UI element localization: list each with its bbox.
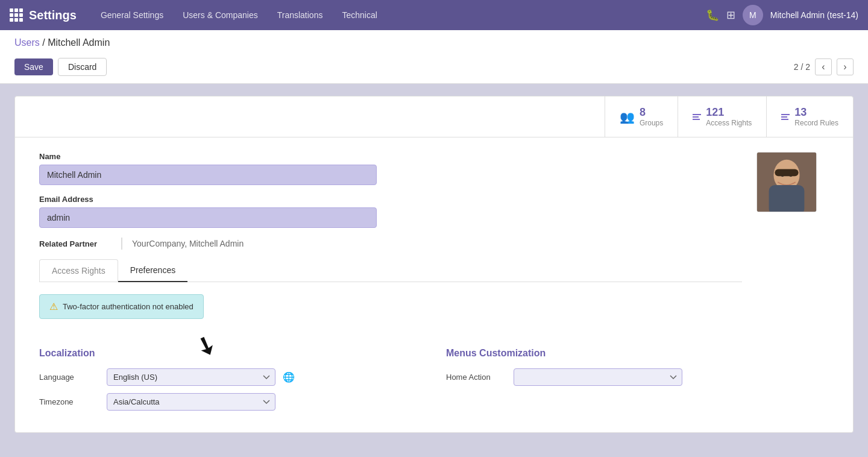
pagination-text: 2 / 2	[794, 62, 810, 72]
user-avatar-nav[interactable]: M	[743, 5, 763, 25]
top-navigation: Settings General Settings Users & Compan…	[0, 0, 868, 30]
name-label: Name	[39, 152, 742, 161]
breadcrumb: Users / Mitchell Admin	[14, 37, 854, 48]
app-title: Settings	[29, 8, 77, 22]
access-rights-count: 121	[706, 106, 752, 119]
email-label: Email Address	[39, 195, 742, 204]
access-rights-label: Access Rights	[706, 119, 752, 127]
localization-heading: Localization	[39, 348, 422, 359]
menus-heading: Menus Customization	[446, 348, 829, 359]
warning-text: Two-factor authentication not enabled	[63, 302, 193, 311]
record-rules-label: Record Rules	[794, 119, 838, 127]
breadcrumb-current: Mitchell Admin	[48, 37, 110, 48]
language-field-row: Language English (US) French German Span…	[39, 368, 422, 386]
name-input[interactable]	[39, 165, 377, 185]
app-logo[interactable]: Settings	[10, 8, 77, 22]
name-field-group: Name	[39, 152, 742, 195]
main-content: 👥 8 Groups 121 Access Rights	[0, 84, 868, 445]
record-rules-count: 13	[794, 106, 838, 119]
partner-value: YourCompany, Mitchell Admin	[132, 239, 244, 248]
form-tabs: Access Rights Preferences	[39, 259, 742, 282]
localization-section: Localization Language English (US) Frenc…	[39, 348, 422, 418]
action-bar: Save Discard 2 / 2 ‹ ›	[14, 53, 854, 83]
language-select[interactable]: English (US) French German Spanish	[107, 368, 275, 386]
record-rules-icon	[781, 114, 790, 120]
user-name-label[interactable]: Mitchell Admin (test-14)	[770, 10, 858, 20]
form-right	[756, 152, 829, 333]
next-page-button[interactable]: ›	[837, 58, 854, 75]
groups-count: 8	[640, 106, 663, 119]
nav-general-settings[interactable]: General Settings	[91, 0, 173, 30]
avatar-placeholder	[757, 153, 816, 212]
grid-icon	[10, 8, 23, 22]
language-label: Language	[39, 373, 99, 382]
groups-icon: 👥	[620, 110, 635, 124]
lower-section: Localization Language English (US) Frenc…	[15, 348, 853, 432]
nav-users-companies[interactable]: Users & Companies	[173, 0, 268, 30]
partner-label: Related Partner	[39, 239, 112, 248]
home-action-label: Home Action	[446, 373, 506, 382]
email-field-group: Email Address	[39, 195, 742, 238]
save-button[interactable]: Save	[14, 58, 53, 75]
prev-page-button[interactable]: ‹	[815, 58, 832, 75]
globe-icon[interactable]: 🌐	[283, 371, 295, 383]
access-rights-icon	[693, 114, 701, 120]
stats-bar: 👥 8 Groups 121 Access Rights	[15, 96, 853, 137]
groups-label: Groups	[640, 119, 663, 127]
nav-links: General Settings Users & Companies Trans…	[91, 0, 706, 30]
stat-access-rights[interactable]: 121 Access Rights	[678, 96, 766, 137]
email-input[interactable]	[39, 207, 377, 228]
partner-separator	[121, 238, 122, 250]
stat-groups[interactable]: 👥 8 Groups	[605, 96, 678, 137]
form-left: Name Email Address Related Partner YourC…	[39, 152, 742, 333]
timezone-label: Timezone	[39, 397, 99, 406]
user-avatar[interactable]	[756, 152, 817, 212]
form-card: 👥 8 Groups 121 Access Rights	[14, 96, 854, 433]
svg-rect-5	[769, 185, 805, 212]
debug-icon[interactable]: 🐛	[706, 8, 719, 22]
form-body: Name Email Address Related Partner YourC…	[15, 137, 853, 348]
nav-translations[interactable]: Translations	[268, 0, 333, 30]
home-action-field-row: Home Action	[446, 368, 829, 386]
menus-section: Menus Customization Home Action	[446, 348, 829, 418]
breadcrumb-separator: /	[42, 37, 48, 48]
apps-icon[interactable]: ⊞	[726, 8, 735, 22]
breadcrumb-parent[interactable]: Users	[14, 37, 40, 48]
warning-banner: ⚠ Two-factor authentication not enabled	[39, 294, 204, 319]
timezone-select[interactable]: Asia/Calcutta UTC America/New_York Europ…	[107, 393, 275, 411]
nav-technical[interactable]: Technical	[332, 0, 386, 30]
nav-right: 🐛 ⊞ M Mitchell Admin (test-14)	[706, 5, 858, 25]
breadcrumb-bar: Users / Mitchell Admin Save Discard 2 / …	[0, 30, 868, 84]
svg-rect-4	[775, 169, 798, 176]
stat-record-rules[interactable]: 13 Record Rules	[766, 96, 853, 137]
home-action-select[interactable]	[514, 368, 682, 386]
tab-access-rights[interactable]: Access Rights	[39, 259, 118, 282]
warning-icon: ⚠	[49, 301, 58, 312]
tab-preferences[interactable]: Preferences	[118, 259, 187, 282]
partner-field-row: Related Partner YourCompany, Mitchell Ad…	[39, 238, 742, 250]
timezone-field-row: Timezone Asia/Calcutta UTC America/New_Y…	[39, 393, 422, 411]
pagination: 2 / 2 ‹ ›	[794, 58, 854, 75]
discard-button[interactable]: Discard	[58, 58, 107, 76]
